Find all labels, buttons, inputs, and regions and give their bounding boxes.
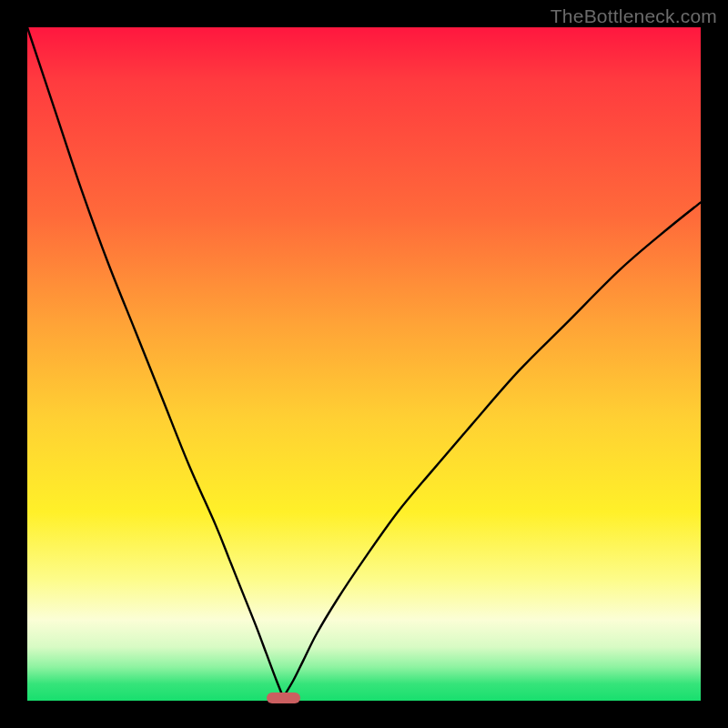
bottleneck-curve: [27, 27, 701, 701]
chart-frame: TheBottleneck.com: [0, 0, 728, 728]
plot-area: [27, 27, 701, 701]
curve-right-branch: [283, 202, 701, 697]
bottleneck-marker: [267, 693, 300, 703]
curve-left-branch: [27, 27, 283, 697]
watermark-text: TheBottleneck.com: [551, 5, 717, 27]
